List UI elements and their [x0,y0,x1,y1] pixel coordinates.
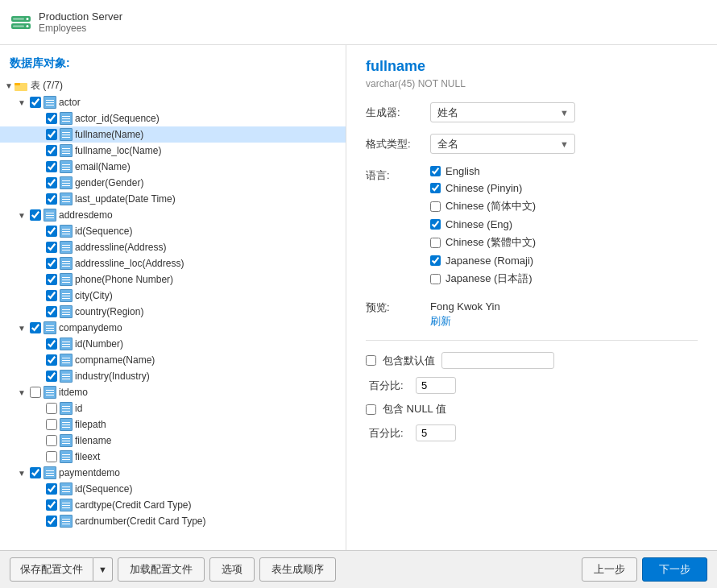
tree-field-addressline-loc[interactable]: ▶ addressline_loc(Address) [0,255,346,271]
lang-item-chinese-pinyin[interactable]: Chinese (Pinyin) [430,182,698,194]
tree-field-last-update[interactable]: ▶ last_update(Date Time) [0,191,346,207]
lang-checkbox-chinese-pinyin[interactable] [430,183,441,193]
checkbox-companydemo[interactable] [30,322,41,333]
lang-checkbox-japanese[interactable] [430,274,441,284]
tree-field-filepath[interactable]: ▶ filepath [0,416,346,433]
checkbox-phone[interactable] [46,274,57,285]
lang-checkbox-english[interactable] [430,166,441,176]
preview-refresh-link[interactable]: 刷新 [430,315,451,327]
tree-field-cardtype[interactable]: ▶ cardtype(Credit Card Type) [0,497,346,513]
expand-actor-icon[interactable]: ▼ [16,97,27,108]
checkbox-addresdemo[interactable] [30,209,41,221]
expand-addresdemo-icon[interactable]: ▼ [16,209,27,221]
tree-field-gender[interactable]: ▶ gender(Gender) [0,175,346,191]
checkbox-email[interactable] [46,161,57,172]
title-bar: Production Server Employees [0,0,717,45]
checkbox-country[interactable] [46,306,57,317]
tree-field-addr-id[interactable]: ▶ id(Sequence) [0,223,346,239]
save-config-dropdown-button[interactable]: ▼ [93,557,113,582]
table-icon-addresdemo [44,209,56,222]
tree-field-it-id[interactable]: ▶ id [0,400,346,416]
prev-step-button[interactable]: 上一步 [582,557,637,582]
checkbox-addressline-loc[interactable] [46,258,57,269]
checkbox-cardtype[interactable] [46,499,57,511]
include-null-row: 包含 NULL 值 [366,402,698,416]
tree-field-payment-id[interactable]: ▶ id(Sequence) [0,481,346,497]
lang-item-japanese[interactable]: Japanese (日本語) [430,271,698,286]
format-type-label: 格式类型: [366,134,430,151]
lang-checkbox-japanese-romaji[interactable] [430,255,441,266]
default-pct-input[interactable] [416,377,456,394]
expand-tables-icon[interactable]: ▼ [3,81,15,92]
tree-field-industry[interactable]: ▶ industry(Industry) [0,368,346,384]
next-step-button[interactable]: 下一步 [642,557,707,582]
checkbox-actor-id[interactable] [46,113,57,124]
field-icon-company-id [60,337,73,350]
checkbox-filepath[interactable] [46,419,57,430]
tree-field-filename[interactable]: ▶ filename [0,433,346,449]
tree-field-city[interactable]: ▶ city(City) [0,288,346,304]
generator-select[interactable]: 姓名 [430,102,575,122]
lang-item-chinese-eng[interactable]: Chinese (Eng) [430,218,698,230]
null-pct-input[interactable] [416,424,456,441]
checkbox-addressline[interactable] [46,242,57,253]
tree-table-paymentdemo[interactable]: ▼ paymentdemo [0,465,346,481]
include-null-checkbox[interactable] [366,404,376,415]
lang-checkbox-chinese-simplified[interactable] [430,201,441,212]
tree-table-itdemo[interactable]: ▼ itdemo [0,384,346,400]
checkbox-fullname-loc[interactable] [46,145,57,156]
tree-field-compname[interactable]: ▶ compname(Name) [0,352,346,368]
tree-field-fullname-loc[interactable]: ▶ fullname_loc(Name) [0,143,346,159]
checkbox-addr-id[interactable] [46,226,57,237]
checkbox-payment-id[interactable] [46,483,57,495]
tree-group-tables[interactable]: ▼ 表 (7/7) [0,77,346,94]
save-config-button[interactable]: 保存配置文件 [10,557,93,582]
checkbox-it-id[interactable] [46,403,57,414]
load-config-button[interactable]: 加载配置文件 [118,557,205,582]
options-button[interactable]: 选项 [209,557,255,582]
tree-field-email[interactable]: ▶ email(Name) [0,159,346,175]
lang-item-japanese-romaji[interactable]: Japanese (Romaji) [430,255,698,267]
expand-itdemo-icon[interactable]: ▼ [16,387,27,398]
checkbox-last-update[interactable] [46,193,57,205]
label-cardtype: cardtype(Credit Card Type) [75,499,192,511]
format-type-select[interactable]: 全名 [430,134,575,154]
checkbox-city[interactable] [46,290,57,301]
default-pct-row: 百分比: [366,377,698,394]
checkbox-paymentdemo[interactable] [30,467,41,478]
checkbox-itdemo[interactable] [30,387,41,398]
tree-field-cardnumber[interactable]: ▶ cardnumber(Credit Card Type) [0,513,346,529]
tree-field-addressline[interactable]: ▶ addressline(Address) [0,239,346,255]
include-default-checkbox[interactable] [366,355,376,366]
lang-item-chinese-simplified[interactable]: Chinese (简体中文) [430,199,698,213]
checkbox-company-id[interactable] [46,338,57,350]
tree-field-fullname[interactable]: ▶ fullname(Name) [0,126,346,143]
expand-companydemo-icon[interactable]: ▼ [16,322,27,333]
lang-checkbox-chinese-eng[interactable] [430,219,441,230]
tree-table-companydemo[interactable]: ▼ companydemo [0,320,346,336]
tree-field-phone[interactable]: ▶ phone(Phone Number) [0,271,346,288]
checkbox-industry[interactable] [46,371,57,382]
table-order-button[interactable]: 表生成顺序 [259,557,336,582]
lang-item-chinese-traditional[interactable]: Chinese (繁體中文) [430,235,698,250]
default-value-input[interactable] [441,352,554,369]
checkbox-filename[interactable] [46,435,57,446]
tree-table-actor[interactable]: ▼ actor [0,94,346,110]
tree-field-actor-id[interactable]: ▶ actor_id(Sequence) [0,110,346,126]
lang-item-english[interactable]: English [430,165,698,177]
checkbox-actor[interactable] [30,97,41,108]
field-name-title: fullname [366,58,698,75]
checkbox-cardnumber[interactable] [46,516,57,527]
checkbox-fileext[interactable] [46,451,57,462]
checkbox-compname[interactable] [46,354,57,366]
tree-field-country[interactable]: ▶ country(Region) [0,304,346,320]
checkbox-fullname[interactable] [46,129,57,140]
label-filepath: filepath [75,419,106,430]
tree-table-addresdemo[interactable]: ▼ addresdemo [0,207,346,223]
tree-field-company-id[interactable]: ▶ id(Number) [0,336,346,352]
lang-checkbox-chinese-traditional[interactable] [430,238,441,248]
tree-field-fileext[interactable]: ▶ fileext [0,449,346,465]
field-icon-cardnumber [60,515,73,528]
expand-paymentdemo-icon[interactable]: ▼ [16,467,27,478]
checkbox-gender[interactable] [46,177,57,188]
